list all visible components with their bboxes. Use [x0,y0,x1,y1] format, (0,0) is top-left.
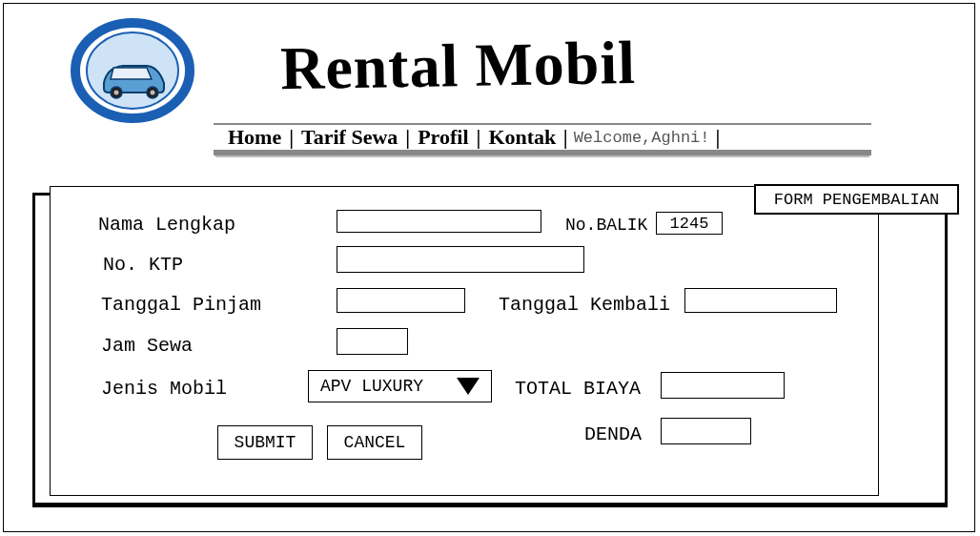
nav-profil[interactable]: Profil [418,125,468,150]
nav-separator: | [281,125,301,150]
nav-separator: | [469,125,489,150]
form-panel: FORM PENGEMBALIAN Nama Lengkap No.BALIK … [50,186,879,496]
welcome-text: Welcome,Aghni! [570,129,714,147]
nav-tarif-sewa[interactable]: Tarif Sewa [301,125,398,150]
input-total-biaya[interactable] [661,372,785,399]
chevron-down-icon [457,378,480,395]
label-denda: DENDA [584,423,642,445]
title-wrap: Rental Mobil [194,13,974,98]
svg-point-5 [151,91,155,95]
form-outer-border: FORM PENGEMBALIAN Nama Lengkap No.BALIK … [32,193,948,507]
svg-point-4 [114,91,119,95]
label-total-biaya: TOTAL BIAYA [515,378,641,400]
logo [71,18,194,123]
label-no-balik: No.BALIK [565,216,647,235]
nav-separator: | [398,125,418,150]
input-tanggal-kembali[interactable] [684,288,837,313]
input-nama-lengkap[interactable] [337,210,541,233]
page-title: Rental Mobil [279,22,974,105]
form-title-badge: FORM PENGEMBALIAN [754,184,959,215]
label-no-ktp: No. KTP [103,254,183,276]
header: Rental Mobil [4,4,974,123]
input-denda[interactable] [661,418,751,444]
nav-separator: | [714,125,723,150]
label-tanggal-pinjam: Tanggal Pinjam [101,294,261,316]
page: Rental Mobil Home | Tarif Sewa | Profil … [3,3,975,532]
value-no-balik: 1245 [656,212,723,235]
input-no-ktp[interactable] [337,246,584,273]
label-tanggal-kembali: Tanggal Kembali [499,294,670,316]
input-tanggal-pinjam[interactable] [337,288,465,313]
select-value: APV LUXURY [320,377,423,396]
nav-home[interactable]: Home [228,125,281,150]
label-nama-lengkap: Nama Lengkap [98,214,235,236]
cancel-button[interactable]: CANCEL [327,425,422,460]
nav-separator: | [556,125,569,150]
submit-button[interactable]: SUBMIT [217,425,313,460]
nav-kontak[interactable]: Kontak [488,125,556,150]
label-jenis-mobil: Jenis Mobil [101,378,227,400]
select-jenis-mobil[interactable]: APV LUXURY [308,370,492,402]
input-jam-sewa[interactable] [337,328,408,355]
nav-bar: Home | Tarif Sewa | Profil | Kontak | We… [214,123,871,155]
label-jam-sewa: Jam Sewa [101,335,193,357]
